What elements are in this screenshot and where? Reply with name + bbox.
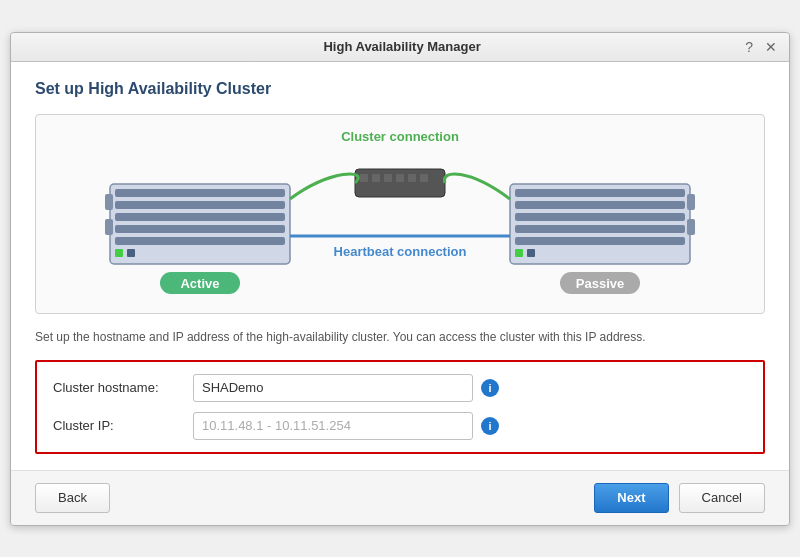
form-section: Cluster hostname: i Cluster IP: i [35, 360, 765, 454]
ip-label: Cluster IP: [53, 418, 193, 433]
svg-rect-9 [105, 219, 113, 235]
footer: Back Next Cancel [11, 470, 789, 525]
footer-right: Next Cancel [594, 483, 765, 513]
svg-text:Passive: Passive [576, 276, 624, 291]
svg-rect-2 [115, 201, 285, 209]
svg-rect-13 [515, 189, 685, 197]
svg-rect-20 [687, 194, 695, 210]
svg-rect-28 [396, 174, 404, 182]
ip-input[interactable] [193, 412, 473, 440]
svg-rect-3 [115, 213, 285, 221]
svg-rect-6 [115, 249, 123, 257]
diagram-area: Cluster connection [35, 114, 765, 314]
svg-rect-31 [360, 184, 368, 190]
svg-rect-7 [127, 249, 135, 257]
help-button[interactable]: ? [743, 39, 755, 55]
svg-rect-25 [360, 174, 368, 182]
hostname-row: Cluster hostname: i [53, 374, 747, 402]
svg-rect-29 [408, 174, 416, 182]
svg-rect-18 [515, 249, 523, 257]
back-button[interactable]: Back [35, 483, 110, 513]
close-button[interactable]: ✕ [763, 39, 779, 55]
ip-info-icon[interactable]: i [481, 417, 499, 435]
svg-rect-14 [515, 201, 685, 209]
svg-rect-30 [420, 174, 428, 182]
svg-rect-27 [384, 174, 392, 182]
svg-rect-4 [115, 225, 285, 233]
svg-text:Heartbeat connection: Heartbeat connection [334, 244, 467, 259]
window: High Availability Manager ? ✕ Set up Hig… [10, 32, 790, 526]
next-button[interactable]: Next [594, 483, 668, 513]
svg-rect-36 [420, 184, 428, 190]
hostname-input[interactable] [193, 374, 473, 402]
window-title: High Availability Manager [61, 39, 743, 54]
ip-row: Cluster IP: i [53, 412, 747, 440]
window-body: Set up High Availability Cluster Cluster… [11, 62, 789, 470]
svg-rect-1 [115, 189, 285, 197]
svg-rect-17 [515, 237, 685, 245]
cancel-button[interactable]: Cancel [679, 483, 765, 513]
svg-rect-33 [384, 184, 392, 190]
hostname-label: Cluster hostname: [53, 380, 193, 395]
description-text: Set up the hostname and IP address of th… [35, 328, 765, 346]
svg-rect-16 [515, 225, 685, 233]
svg-rect-32 [372, 184, 380, 190]
svg-rect-8 [105, 194, 113, 210]
title-bar-controls: ? ✕ [743, 39, 779, 55]
svg-rect-19 [527, 249, 535, 257]
hostname-input-wrap: i [193, 374, 747, 402]
diagram-svg: Active Passive [36, 164, 764, 304]
svg-rect-34 [396, 184, 404, 190]
page-title: Set up High Availability Cluster [35, 80, 765, 98]
cluster-connection-label: Cluster connection [341, 129, 459, 144]
hostname-info-icon[interactable]: i [481, 379, 499, 397]
svg-rect-21 [687, 219, 695, 235]
svg-rect-35 [408, 184, 416, 190]
svg-text:Active: Active [180, 276, 219, 291]
title-bar: High Availability Manager ? ✕ [11, 33, 789, 62]
svg-rect-26 [372, 174, 380, 182]
diagram-inner: Active Passive [36, 155, 764, 313]
svg-rect-24 [355, 169, 445, 197]
svg-rect-5 [115, 237, 285, 245]
ip-input-wrap: i [193, 412, 747, 440]
svg-rect-15 [515, 213, 685, 221]
